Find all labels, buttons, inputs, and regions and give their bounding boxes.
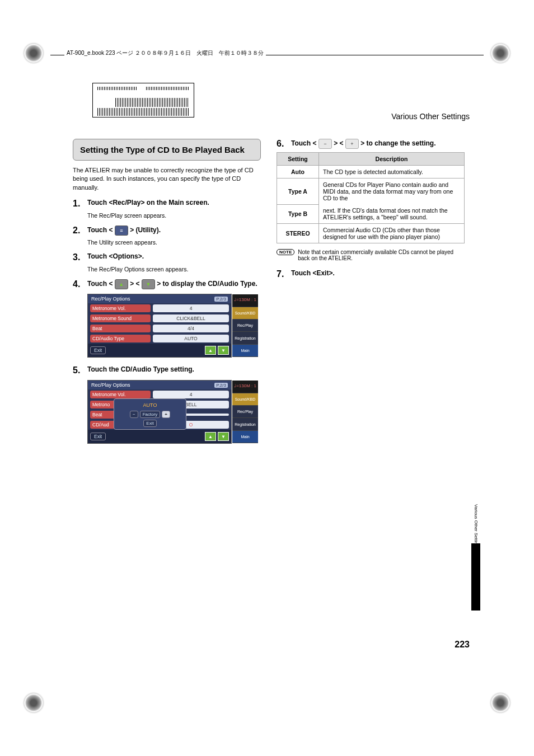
step-number: 2.: [73, 226, 83, 236]
ss-row-value: AUTO: [153, 335, 229, 342]
ss-side-tab: Sound/KBD: [232, 307, 258, 320]
minus-icon: −: [318, 139, 332, 149]
step-subtext: The Utility screen appears.: [87, 239, 261, 246]
step-text: Touch <Options>.: [87, 252, 144, 260]
print-header: AT-900_e.book 223 ページ ２００８年９月１６日 火曜日 午前１…: [64, 49, 266, 57]
reg-mark-icon: [489, 692, 512, 714]
ss-title: Rec/Play Options: [91, 296, 130, 302]
step-number: 3.: [73, 252, 83, 262]
step-text-pre: Touch <: [87, 226, 115, 234]
thumb-tab: [471, 543, 480, 611]
ss-row-label: Metronome Sound: [90, 314, 151, 322]
ss-down-icon: ▼: [218, 346, 229, 355]
ss-side-tab: Main: [232, 431, 258, 443]
plus-icon: +: [345, 139, 359, 149]
keyboard-illustration: [92, 83, 194, 118]
step-number: 6.: [277, 139, 287, 149]
ss-side-tab: Rec/Play: [232, 406, 258, 418]
step-number: 4.: [73, 279, 83, 289]
ss-side-tab: Rec/Play: [232, 320, 258, 332]
setting-desc: Commercial Audio CD (CDs other than thos…: [319, 224, 465, 243]
step-subtext: The Rec/Play screen appears.: [87, 212, 261, 219]
table-header: Setting: [277, 153, 319, 166]
setting-desc: General CDs for Player Piano contain aud…: [319, 179, 465, 205]
setting-name: Auto: [277, 166, 319, 179]
step-subtext: The Rec/Play Options screen appears.: [87, 266, 261, 273]
step-text-mid: > <: [130, 280, 139, 288]
reg-mark-icon: [489, 42, 512, 64]
setting-name: Type A: [277, 179, 319, 205]
step-text: Touch the CD/Audio Type setting.: [87, 365, 194, 373]
section-header: Various Other Settings: [391, 112, 470, 121]
arrow-up-icon: [115, 279, 128, 289]
reg-mark-icon: [22, 42, 45, 64]
step-text: Touch <Rec/Play> on the Main screen.: [87, 199, 209, 206]
ss-row-label: Metronome Vol.: [90, 391, 151, 398]
ss-row-value: 4/4: [153, 325, 229, 332]
ss-down-icon: ▼: [218, 432, 229, 441]
value-popup: AUTO − Factory + Exit: [114, 398, 186, 430]
step-text-post: > to display the CD/Audio Type.: [157, 280, 257, 288]
step-text-mid: > <: [334, 139, 345, 147]
options-screenshot-2: Rec/Play Options P.2/3 Metronome Vol.4 M…: [87, 380, 232, 444]
popup-factory-button: Factory: [140, 411, 161, 418]
ss-exit-button: Exit: [90, 433, 106, 440]
ss-row-label: CD/Audio Type: [90, 335, 151, 342]
ss-title: Rec/Play Options: [91, 382, 130, 388]
popup-value: AUTO: [116, 401, 184, 409]
page-heading: Setting the Type of CD to Be Played Back: [73, 139, 261, 161]
ss-row-label: Metronome Vol.: [90, 304, 151, 312]
ss-tempo: ♩=130M : 1: [232, 294, 258, 307]
step-text-post: > to change the setting.: [360, 139, 435, 147]
popup-plus-button: +: [162, 411, 170, 418]
ss-side-tab: Registration: [232, 332, 258, 344]
ss-up-icon: ▲: [205, 346, 216, 355]
ss-side-tab: Registration: [232, 418, 258, 430]
popup-exit-button: Exit: [143, 420, 156, 427]
ss-row-label: Beat: [90, 325, 151, 332]
note-badge: NOTE: [277, 249, 294, 255]
step-number: 5.: [73, 365, 83, 375]
table-row: STEREO Commercial Audio CD (CDs other th…: [277, 224, 465, 243]
utility-menu-icon: ≡: [115, 226, 128, 236]
setting-desc: The CD type is detected automatically.: [319, 166, 465, 179]
ss-side-tab: Main: [232, 345, 258, 357]
intro-paragraph: The ATELIER may be unable to correctly r…: [73, 166, 261, 192]
page-number: 223: [455, 640, 470, 650]
ss-exit-button: Exit: [90, 346, 106, 354]
setting-name: STEREO: [277, 224, 319, 243]
step-text-pre: Touch <: [291, 139, 318, 147]
setting-name: Type B: [277, 204, 319, 224]
step-number: 7.: [277, 269, 287, 279]
ss-page: P.2/3: [214, 297, 228, 302]
arrow-down-icon: [142, 279, 155, 289]
ss-page: P.2/3: [214, 383, 228, 388]
options-screenshot-1: Rec/Play Options P.2/3 Metronome Vol.4 M…: [87, 294, 232, 358]
setting-desc: next. If the CD's data format does not m…: [319, 204, 465, 224]
table-header: Description: [319, 153, 465, 166]
ss-row-value: 4: [153, 304, 229, 312]
ss-side-tab: Sound/KBD: [232, 393, 258, 406]
table-row: Auto The CD type is detected automatical…: [277, 166, 465, 179]
ss-tempo: ♩=130M : 1: [232, 381, 258, 393]
step-text-pre: Touch <: [87, 280, 113, 288]
step-text: Touch <Exit>.: [291, 269, 335, 277]
popup-minus-button: −: [130, 411, 138, 418]
ss-row-value: CLICK&BELL: [153, 314, 229, 322]
ss-up-icon: ▲: [205, 432, 216, 441]
table-row: Type A General CDs for Player Piano cont…: [277, 179, 465, 205]
ss-row-value: 4: [153, 391, 229, 398]
table-row: Type B next. If the CD's data format doe…: [277, 204, 465, 224]
step-text-post: > (Utility).: [130, 226, 161, 234]
settings-table: Setting Description Auto The CD type is …: [277, 152, 465, 243]
thumb-tab-label: Various Other Settings: [474, 504, 479, 549]
reg-mark-icon: [22, 692, 45, 714]
note-text: Note that certain commercially available…: [298, 249, 465, 261]
step-number: 1.: [73, 199, 83, 209]
